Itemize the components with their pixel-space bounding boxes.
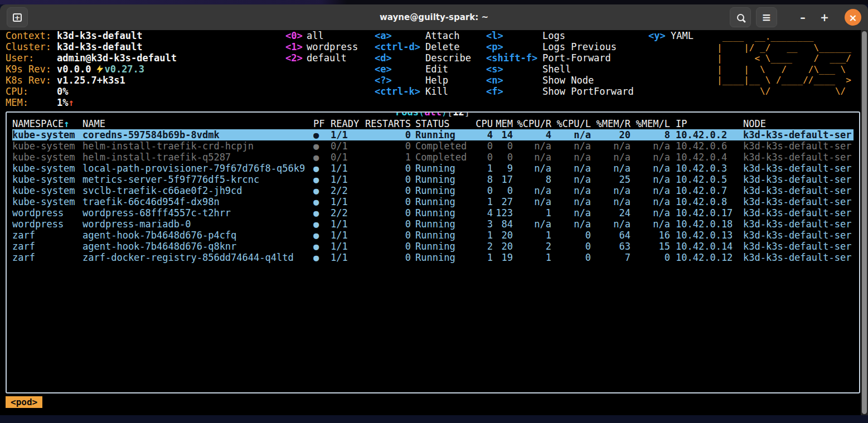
- hotkey-label: Describe: [425, 52, 471, 64]
- cluster-info-value: 1%: [57, 97, 68, 108]
- column-header-pf[interactable]: PF: [313, 118, 331, 129]
- column-header-mem-l[interactable]: %MEM/L: [631, 118, 670, 129]
- table-row[interactable]: wordpresswordpress-mariadb-0●1/10Running…: [12, 218, 854, 230]
- pods-table-header: NAMESPACE↑NAMEPFREADYRESTARTSSTATUSCPUME…: [12, 118, 854, 129]
- hotkey-item[interactable]: <n>Show Node: [486, 75, 634, 86]
- cell-mem-r: 25: [591, 174, 631, 185]
- column-header-cpu-l[interactable]: %CPU/L: [551, 118, 591, 129]
- column-header-status[interactable]: STATUS: [411, 118, 472, 129]
- maximize-button[interactable]: +: [816, 11, 833, 23]
- column-header-label: CPU: [476, 118, 493, 129]
- hotkey-item[interactable]: <s>Shell: [486, 64, 634, 75]
- pods-table: Pods ( all ) [ 12 ] NAMESPACE↑NAMEPFREAD…: [6, 111, 860, 393]
- pf-dot-icon: ●: [313, 140, 331, 152]
- cell-cpu-l: 0: [551, 252, 591, 263]
- hotkey-item[interactable]: <f>Show PortForward: [486, 86, 634, 97]
- cell-ready: 2/2: [331, 185, 362, 196]
- column-header-label: NODE: [743, 118, 766, 129]
- table-row[interactable]: kube-systemcoredns-597584b69b-8vdmk●1/10…: [12, 129, 854, 140]
- cluster-info-label: Context:: [6, 30, 57, 41]
- minimize-button[interactable]: –: [794, 11, 811, 23]
- table-row[interactable]: kube-systemlocal-path-provisioner-79f67d…: [12, 163, 854, 174]
- cell-mem-r: n/a: [591, 163, 631, 174]
- hotkey-item[interactable]: <e>Edit: [375, 64, 471, 75]
- table-row[interactable]: zarfagent-hook-7b4648d676-p4cfq●1/10Runn…: [12, 230, 854, 241]
- hotkey-item[interactable]: <ctrl-k>Kill: [375, 86, 471, 97]
- terminal-content[interactable]: Context:k3d-k3s-defaultCluster:k3d-k3s-d…: [0, 30, 868, 415]
- cell-name: metrics-server-5f9f776df5-krcnc: [83, 174, 313, 185]
- cell-cpu: 4: [472, 207, 493, 218]
- cell-cpu-l: n/a: [551, 140, 591, 152]
- hotkey-item[interactable]: <p>Logs Previous: [486, 41, 634, 52]
- cell-cpu: 1: [472, 230, 493, 241]
- new-tab-button[interactable]: +: [7, 7, 28, 27]
- scrollbar-thumb[interactable]: [862, 31, 867, 414]
- hotkey-label: all: [307, 30, 324, 41]
- column-header-label: READY: [331, 118, 359, 129]
- table-title-paren-close: ): [442, 111, 447, 118]
- table-row[interactable]: zarfzarf-docker-registry-856dd74644-q4lt…: [12, 252, 854, 263]
- hotkey-item[interactable]: <2>default: [285, 52, 358, 64]
- k9s-upgrade-version: v0.27.3: [104, 64, 144, 75]
- table-row[interactable]: zarfagent-hook-7b4648d676-q8knr●1/10Runn…: [12, 241, 854, 252]
- cluster-info-row: MEM:1%↑: [6, 97, 177, 108]
- cell-name: helm-install-traefik-q5287: [83, 152, 313, 163]
- hotkey-label: Shell: [542, 64, 571, 75]
- table-row[interactable]: kube-systemsvclb-traefik-c66ae0f2-jh9cd●…: [12, 185, 854, 196]
- hotkey-label: Show Node: [542, 75, 594, 86]
- table-row[interactable]: kube-systemtraefik-66c46d954f-dx98n●1/10…: [12, 196, 854, 207]
- column-header-ip[interactable]: IP: [670, 118, 743, 129]
- hotkey-label: YAML: [671, 30, 694, 41]
- hotkey-item[interactable]: <d>Describe: [375, 52, 471, 64]
- search-icon: [737, 14, 744, 21]
- cell-cpu-r: 1: [513, 207, 551, 218]
- menu-hotkeys-col1: <a>Attach<ctrl-d>Delete<d>Describe<e>Edi…: [375, 30, 471, 97]
- cell-ip: 10.42.0.7: [670, 185, 743, 196]
- cell-status: Running: [411, 174, 472, 185]
- cell-status: Running: [411, 129, 472, 140]
- search-button[interactable]: [730, 7, 751, 27]
- cell-mem-l: 16: [631, 230, 670, 241]
- cell-node: k3d-k3s-default-ser: [743, 163, 854, 174]
- desktop-background-top: [0, 0, 868, 4]
- column-header-cpu[interactable]: CPU: [472, 118, 493, 129]
- cell-status: Running: [411, 185, 472, 196]
- hotkey-item[interactable]: <a>Attach: [375, 30, 471, 41]
- cell-restarts: 0: [362, 252, 411, 263]
- cell-mem: 84: [493, 218, 513, 230]
- column-header-mem[interactable]: MEM: [493, 118, 513, 129]
- cell-ready: 1/1: [331, 241, 362, 252]
- hotkey-item[interactable]: <l>Logs: [486, 30, 634, 41]
- cell-node: k3d-k3s-default-ser: [743, 140, 854, 152]
- scrollbar[interactable]: [861, 30, 868, 415]
- titlebar[interactable]: + wayne@guilty-spark: ~ ≡ – + ×: [0, 4, 868, 30]
- menu-button[interactable]: ≡: [756, 7, 777, 27]
- table-row[interactable]: kube-systemmetrics-server-5f9f776df5-krc…: [12, 174, 854, 185]
- table-row[interactable]: kube-systemhelm-install-traefik-q5287●0/…: [12, 152, 854, 163]
- column-header-name[interactable]: NAME: [83, 118, 313, 129]
- hotkey-key: <p>: [486, 41, 542, 52]
- hotkey-item[interactable]: <1>wordpress: [285, 41, 358, 52]
- hotkey-item[interactable]: <shift-f>Port-Forward: [486, 52, 634, 64]
- column-header-mem-r[interactable]: %MEM/R: [591, 118, 631, 129]
- table-row[interactable]: wordpresswordpress-68fff4557c-t2hrr●2/20…: [12, 207, 854, 218]
- table-row[interactable]: kube-systemhelm-install-traefik-crd-hcpj…: [12, 140, 854, 152]
- column-header-namespace[interactable]: NAMESPACE↑: [12, 118, 83, 129]
- cell-mem: 17: [493, 174, 513, 185]
- cell-mem: 20: [493, 241, 513, 252]
- column-header-ready[interactable]: READY: [331, 118, 362, 129]
- cell-mem: 0: [493, 140, 513, 152]
- hotkey-item[interactable]: <y>YAML: [648, 30, 694, 41]
- hotkey-item[interactable]: <0>all: [285, 30, 358, 41]
- hotkey-item[interactable]: <?>Help: [375, 75, 471, 86]
- column-header-node[interactable]: NODE: [743, 118, 854, 129]
- hotkey-item[interactable]: <ctrl-d>Delete: [375, 41, 471, 52]
- cluster-info-label: Cluster:: [6, 41, 57, 52]
- hotkey-label: Delete: [425, 41, 459, 52]
- column-header-restarts[interactable]: RESTARTS: [362, 118, 411, 129]
- cell-name: zarf-docker-registry-856dd74644-q4ltd: [83, 252, 313, 263]
- pf-dot-icon: ●: [313, 152, 331, 163]
- column-header-cpu-r[interactable]: %CPU/R: [513, 118, 551, 129]
- cell-cpu-l: 0: [551, 241, 591, 252]
- close-button[interactable]: ×: [845, 9, 861, 26]
